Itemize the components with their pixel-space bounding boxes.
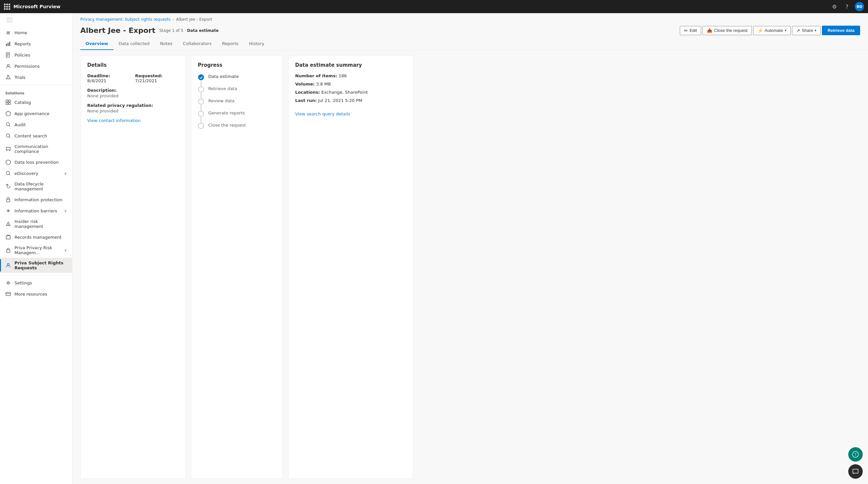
page-title-area: Albert Jee - Export Stage 1 of 5 · Data … [80,26,218,35]
svg-point-7 [7,64,9,66]
svg-rect-9 [6,100,8,102]
sidebar-item-label: Communication compliance [14,144,67,154]
svg-rect-2 [9,42,10,46]
share-icon: ↗ [796,28,800,33]
tab-history[interactable]: History [244,38,270,50]
summary-locations-label: Locations: [295,90,320,95]
avatar[interactable]: BD [855,2,864,11]
help-icon[interactable]: ? [842,2,851,11]
sidebar-item-label: Data loss prevention [14,160,59,165]
tab-collaborators[interactable]: Collaborators [178,38,217,50]
svg-rect-10 [8,100,10,102]
automate-button[interactable]: ⚡ Automate ▾ [753,26,791,35]
tab-overview[interactable]: Overview [80,38,114,50]
chat-btn-dark[interactable] [848,464,863,479]
share-button[interactable]: ↗ Share ▾ [792,26,821,35]
information-barriers-chevron-icon: ∨ [64,209,67,213]
details-date-row: Deadline: 8/4/2021 Requested: 7/21/2021 [87,73,179,83]
deadline-label: Deadline: [87,73,110,78]
description-label: Description: [87,88,179,93]
records-management-icon [5,234,11,240]
svg-point-26 [7,263,9,265]
sidebar-item-label: App governance [14,111,49,116]
sidebar-item-permissions[interactable]: Permissions [0,61,72,72]
svg-line-14 [9,126,10,127]
details-panel: Details Deadline: 8/4/2021 Requested: 7/… [80,55,186,479]
settings-nav-icon: ⚙ [5,280,11,286]
search-query-link[interactable]: View search query details [295,111,350,117]
tab-data-collected[interactable]: Data collected [114,38,155,50]
sidebar-item-label: eDiscovery [14,171,38,176]
step-icon-close-request [198,123,204,129]
step-close-request: Close the request [198,122,276,134]
sidebar-hamburger[interactable] [0,13,72,27]
summary-items-row: Number of items: 186 [295,73,406,78]
sidebar-item-information-barriers[interactable]: Information barriers ∨ [0,205,72,216]
step-label-generate-reports: Generate reports [208,110,245,122]
sidebar-item-ediscovery[interactable]: eDiscovery ∨ [0,168,72,179]
svg-rect-1 [7,43,8,46]
step-data-estimate: Data estimate [198,73,276,86]
more-resources-icon [5,291,11,297]
sidebar-item-insider-risk[interactable]: Insider risk management [0,216,72,231]
step-label-data-estimate: Data estimate [208,73,239,86]
waffle-menu-icon[interactable] [4,4,10,10]
sidebar-item-policies[interactable]: Policies [0,49,72,61]
sidebar-item-settings[interactable]: ⚙ Settings [0,277,72,288]
breadcrumb-parent-link[interactable]: Privacy management: Subject rights reque… [80,17,170,22]
sidebar-item-reports[interactable]: Reports [0,38,72,49]
sidebar-item-priva-subject[interactable]: Priva Subject Rights Requests [0,258,72,273]
panels-area: Details Deadline: 8/4/2021 Requested: 7/… [72,50,868,484]
settings-icon[interactable]: ⚙ [830,2,839,11]
sidebar-item-app-governance[interactable]: App governance [0,108,72,119]
automate-icon: ⚡ [757,28,763,33]
page-title-separator: - [120,26,128,35]
regulation-value: None provided [87,108,179,114]
edit-button[interactable]: ✏ Edit [680,26,701,35]
app-governance-icon [5,110,11,117]
step-circle-pending-4 [198,123,204,129]
sidebar-item-data-lifecycle[interactable]: Data lifecycle management [0,179,72,194]
sidebar-item-home[interactable]: ⊞ Home [0,27,72,38]
summary-locations-row: Locations: Exchange, SharePoint [295,90,406,95]
sidebar-item-data-loss-prevention[interactable]: Data loss prevention [0,157,72,168]
summary-volume-row: Volume: 3.8 MB [295,82,406,87]
automate-chevron-icon: ▾ [785,29,786,32]
sidebar-item-catalog[interactable]: Catalog [0,97,72,108]
sidebar-item-trials[interactable]: Trials [0,72,72,83]
chat-btn-teal[interactable]: ? [848,447,863,462]
summary-panel: Data estimate summary Number of items: 1… [288,55,413,479]
retrieve-data-button[interactable]: Retrieve data [822,26,860,35]
sidebar-item-more-resources[interactable]: More resources [0,288,72,299]
stage-label: Stage 1 of 5 · [159,28,187,33]
sidebar-item-priva-privacy[interactable]: Priva Privacy Risk Managem... ∨ [0,243,72,258]
deadline-value: 8/4/2021 [87,78,106,83]
priva-privacy-chevron-icon: ∨ [64,248,67,253]
step-retrieve-data: Retrieve data [198,86,276,98]
main-content: Privacy management: Subject rights reque… [72,13,868,484]
sidebar-item-label: Permissions [14,64,40,69]
sidebar-divider-2 [0,275,72,275]
data-lifecycle-icon [5,184,11,189]
tab-notes[interactable]: Notes [155,38,178,50]
summary-last-run-label: Last run: [295,98,317,103]
sidebar-item-records-management[interactable]: Records management [0,231,72,243]
close-request-button[interactable]: 📤 Close the request [703,26,752,35]
hamburger-icon[interactable] [5,17,14,24]
audit-icon [5,122,11,128]
sidebar-item-content-search[interactable]: Content search [0,130,72,141]
sidebar-item-audit[interactable]: Audit [0,119,72,130]
sidebar-item-communication-compliance[interactable]: Communication compliance [0,141,72,157]
step-circle-pending [198,87,204,92]
tab-reports[interactable]: Reports [217,38,244,50]
ediscovery-icon [5,170,11,176]
permissions-icon [5,63,11,69]
summary-last-run-row: Last run: Jul 21, 2021 5:20 PM [295,98,406,103]
tabs-bar: Overview Data collected Notes Collaborat… [72,38,868,50]
sidebar-item-information-protection[interactable]: Information protection [0,194,72,205]
contact-link[interactable]: View contact information [87,118,141,123]
sidebar-item-label: Information protection [14,197,63,202]
step-review-data: Review data [198,98,276,110]
svg-point-24 [8,225,8,225]
svg-rect-12 [8,103,10,104]
